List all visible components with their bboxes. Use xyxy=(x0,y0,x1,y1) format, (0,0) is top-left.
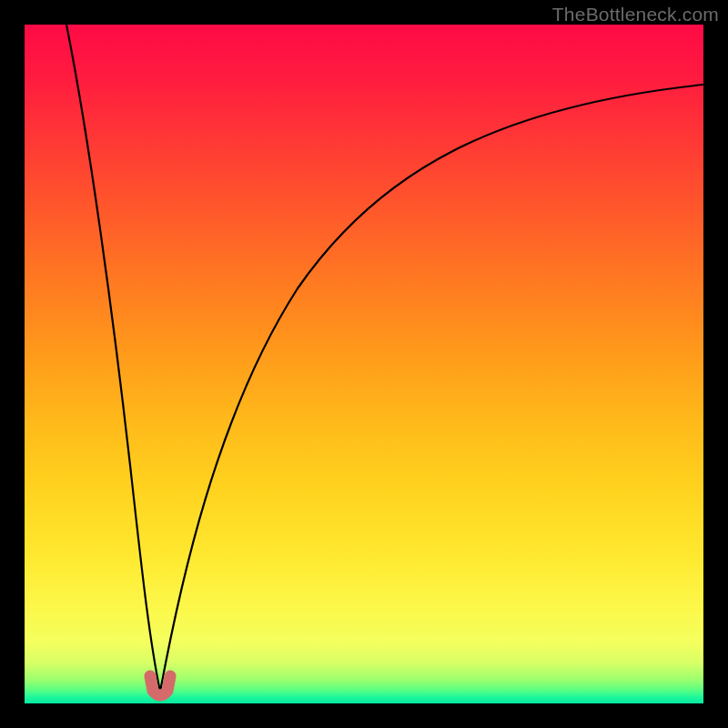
curve-right-branch xyxy=(160,85,703,692)
watermark-text: TheBottleneck.com xyxy=(552,4,719,25)
plot-area xyxy=(25,25,703,703)
curve-left-branch xyxy=(66,25,160,692)
minimum-marker-icon xyxy=(150,676,170,695)
chart-stage: TheBottleneck.com xyxy=(0,0,728,728)
curve-svg xyxy=(25,25,703,703)
